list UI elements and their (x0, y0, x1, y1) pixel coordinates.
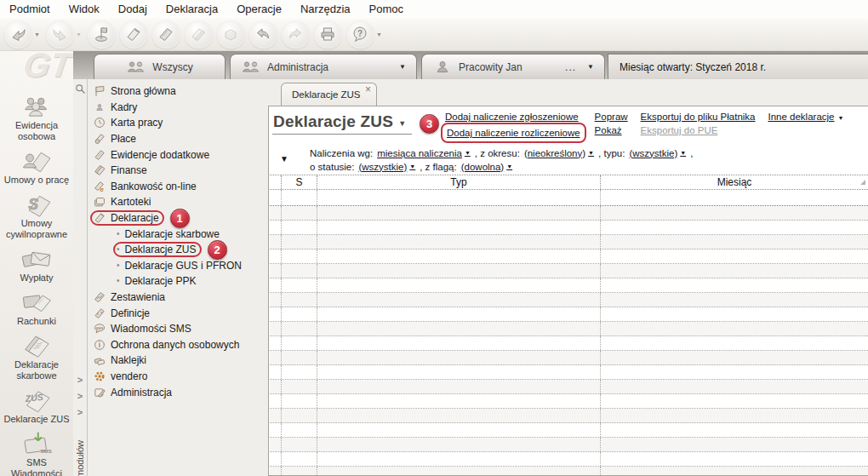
toolbar-button[interactable]: ▼ (217, 20, 245, 49)
tree-item[interactable]: i • Ochrona danych osobowych (90, 337, 268, 353)
toolbar-button[interactable]: ▼ (46, 20, 83, 49)
tree-item[interactable]: e • Bankowość on-line (90, 179, 268, 195)
link-inne-deklaracje[interactable]: Inne deklaracje▼ (768, 112, 844, 123)
sidebar-module-item[interactable]: Deklaracje skarbowe (1, 333, 72, 381)
more-ellipsis[interactable]: ... (565, 61, 576, 73)
toolbar-button[interactable]: ▼ (249, 20, 277, 49)
table-row[interactable] (270, 307, 868, 322)
tree-item[interactable]: • Karta pracy (90, 115, 268, 131)
page-title[interactable]: Deklaracje ZUS ▼ (272, 112, 412, 135)
tree-item[interactable]: • Kadry (90, 100, 268, 116)
tree-item[interactable]: • Ewidencje dodatkowe (90, 146, 268, 163)
tree-item[interactable]: • Definicje (90, 305, 268, 321)
filter-toggle-icon[interactable]: ▼ (280, 155, 288, 163)
filter-label: , typu: (598, 148, 625, 158)
table-row[interactable] (270, 264, 868, 278)
menu-operacje[interactable]: Operacje (229, 1, 293, 17)
table-row[interactable] (270, 235, 868, 249)
table-row[interactable] (270, 380, 868, 394)
filter-status[interactable]: (wszystkie)▼ (358, 162, 415, 172)
column-header-typ[interactable]: Typ (317, 175, 601, 189)
tree-item[interactable]: • Deklaracje 1 (90, 210, 268, 227)
link-dodaj-naliczenie-rozliczeniowe[interactable]: Dodaj naliczenie rozliczeniowe (447, 128, 580, 138)
tree-item[interactable]: • Kartoteki (90, 194, 268, 210)
filter-okres[interactable]: (nieokreślony)▼ (524, 148, 594, 158)
table-row[interactable] (270, 336, 868, 351)
toolbar-button[interactable]: ? ▼ (346, 20, 384, 49)
tab-pracowity-jan[interactable]: Pracowity Jan ... ▼ (421, 54, 605, 79)
dropdown-caret-icon[interactable]: ▼ (34, 32, 40, 37)
toolbar-button[interactable]: ▼ (4, 20, 42, 49)
dropdown-caret-icon[interactable]: ▼ (376, 32, 382, 37)
menu-pomoc[interactable]: Pomoc (362, 1, 414, 17)
table-row[interactable] (270, 394, 868, 409)
tab-wszyscy[interactable]: Wszyscy (94, 54, 226, 79)
table-row[interactable] (270, 467, 868, 476)
sidebar-module-item[interactable]: Umowy o pracę (4, 148, 69, 186)
table-row[interactable] (270, 249, 868, 264)
sidebar-module-item[interactable]: SMS SMS Wiadomości robocze (1, 431, 72, 476)
table-row[interactable] (270, 351, 868, 365)
link-dodaj-naliczenie-zgloszeniowe[interactable]: Dodaj naliczenie zgłoszeniowe (445, 112, 579, 123)
dropdown-caret-icon[interactable]: ▼ (399, 63, 406, 71)
table-row[interactable] (270, 278, 868, 293)
tree-item[interactable]: • Płace (90, 131, 268, 147)
table-row[interactable] (270, 322, 868, 336)
table-row[interactable] (270, 438, 868, 452)
filter-typ[interactable]: (wszystkie)▼ (629, 148, 686, 158)
tab-deklaracje-zus[interactable]: Deklaracje ZUS × (281, 83, 377, 106)
toolbar-button[interactable]: ▼ (185, 20, 213, 49)
link-eksportuj-do-pliku-platnika[interactable]: Eksportuj do pliku Płatnika (641, 112, 756, 123)
tree-item[interactable]: • Deklaracje GUS i PFRON (90, 258, 268, 274)
tree-item[interactable]: • Strona główna (90, 83, 268, 100)
toolbar-button[interactable]: ▼ (152, 20, 180, 49)
table-row[interactable] (270, 293, 868, 307)
filter-naliczenia-wg[interactable]: miesiąca naliczenia▼ (377, 148, 471, 158)
dropdown-caret-icon[interactable]: ▼ (587, 63, 594, 71)
table-row[interactable] (270, 423, 868, 438)
tree-item[interactable]: • Naklejki (90, 353, 268, 369)
tree-item[interactable]: • Deklaracje ZUS 2 (90, 242, 268, 258)
table-row[interactable] (270, 409, 868, 423)
sidebar-module-item[interactable]: Rachunki (17, 290, 56, 327)
chevron-right-icons[interactable]: >>> (77, 376, 83, 417)
toolbar-button[interactable]: ▼ (120, 20, 148, 49)
tree-item[interactable]: • Deklaracje PPK (90, 273, 268, 290)
table-row[interactable] (270, 190, 868, 206)
sidebar-module-item[interactable]: ZUS Deklaracje ZUS (3, 387, 69, 425)
table-row[interactable] (270, 452, 868, 467)
close-icon[interactable]: × (365, 83, 371, 95)
toolbar-button[interactable]: ▼ (314, 20, 342, 49)
tree-item[interactable]: • Finanse (90, 163, 268, 179)
tree-item[interactable]: • Deklaracje skarbowe (90, 226, 268, 242)
table-row[interactable] (270, 206, 868, 221)
menu-dodaj[interactable]: Dodaj (111, 1, 158, 17)
toolbar-button[interactable]: ▼ (88, 20, 116, 49)
menu-widok[interactable]: Widok (61, 1, 111, 17)
tree-item[interactable]: SMS • Wiadomości SMS (90, 321, 268, 337)
column-header-s[interactable]: S (282, 175, 317, 189)
filter-flaga[interactable]: (dowolna)▼ (461, 162, 512, 172)
table-row[interactable] (270, 365, 868, 380)
toolbar-button[interactable]: ▼ (282, 20, 310, 49)
invoice-icon (17, 290, 56, 316)
menu-deklaracja[interactable]: Deklaracja (158, 1, 229, 17)
table-row[interactable] (270, 221, 868, 235)
tree-item[interactable]: • vendero (90, 369, 268, 385)
tree-item[interactable]: • Zestawienia (90, 290, 268, 306)
link-pokaz[interactable]: Pokaż (595, 125, 622, 136)
tree-item[interactable]: • Administracja (90, 384, 268, 400)
link-eksportuj-do-pue[interactable]: Eksportuj do PUE (641, 125, 718, 136)
module-list-strip[interactable]: >>> ta modułów (73, 79, 88, 476)
dropdown-caret-icon[interactable]: ▼ (76, 32, 82, 37)
menu-podmiot[interactable]: Podmiot (2, 1, 61, 17)
menu-narzedzia[interactable]: Narzędzia (293, 1, 362, 17)
sidebar-module-item[interactable]: S Umowy cywilnoprawne (1, 192, 72, 240)
tab-administracja[interactable]: Administracja ▼ (230, 54, 417, 79)
sidebar-module-item[interactable]: Wypłaty (17, 246, 56, 284)
sidebar-module-item[interactable]: Ewidencja osobowa (1, 94, 72, 142)
chevron-down-icon: ▼ (398, 119, 406, 128)
column-header-miesiac[interactable]: Miesiąc (601, 175, 868, 189)
link-popraw[interactable]: Popraw (595, 112, 628, 123)
pin-icon[interactable] (75, 83, 86, 94)
